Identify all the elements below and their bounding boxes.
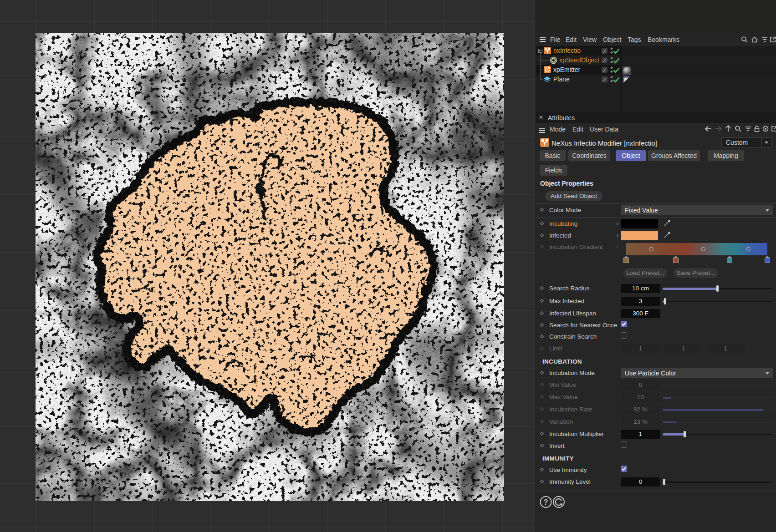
svg-text:?: ? [544,498,548,506]
